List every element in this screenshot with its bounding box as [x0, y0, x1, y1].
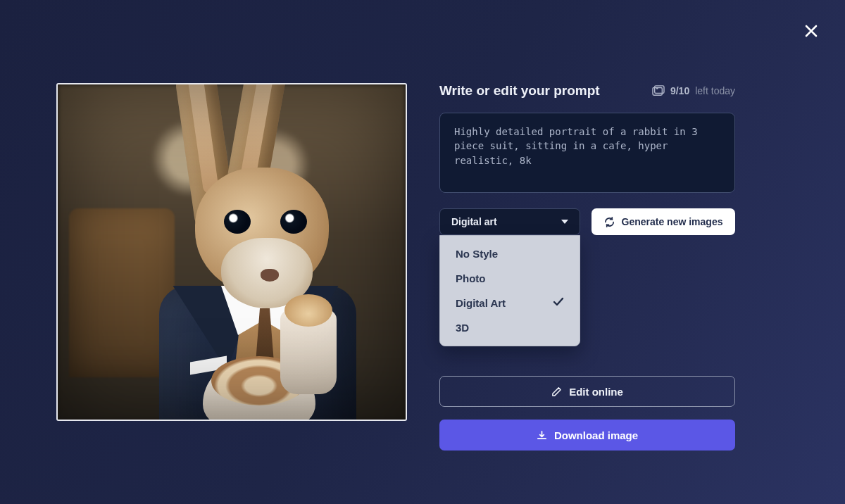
credits-count: 9/10 — [670, 85, 689, 96]
style-dropdown[interactable]: No Style Photo Digital Art 3D — [439, 235, 580, 346]
style-option-digital-art[interactable]: Digital Art — [440, 291, 580, 315]
generate-button[interactable]: Generate new images — [592, 208, 735, 235]
credits-remaining: 9/10 left today — [652, 85, 735, 96]
generated-image — [58, 84, 406, 420]
close-button[interactable] — [800, 20, 822, 42]
style-option-label: Digital Art — [456, 297, 506, 309]
style-select-value: Digital art — [451, 216, 497, 227]
images-icon — [652, 85, 665, 96]
check-icon — [553, 297, 564, 309]
chevron-down-icon — [561, 220, 568, 224]
download-label: Download image — [554, 429, 638, 441]
panel-title: Write or edit your prompt — [439, 83, 600, 99]
style-option-3d[interactable]: 3D — [440, 315, 580, 340]
style-option-label: Photo — [456, 272, 486, 284]
generate-button-label: Generate new images — [622, 216, 723, 227]
edit-online-button[interactable]: Edit online — [439, 376, 735, 407]
svg-point-2 — [656, 87, 658, 89]
close-icon — [804, 24, 818, 38]
download-button[interactable]: Download image — [439, 420, 735, 451]
style-option-label: 3D — [456, 322, 469, 334]
prompt-input[interactable] — [439, 113, 735, 193]
style-select[interactable]: Digital art — [439, 208, 580, 235]
credits-suffix: left today — [695, 85, 735, 96]
style-option-label: No Style — [456, 248, 498, 260]
pencil-icon — [551, 386, 562, 397]
generated-image-preview[interactable] — [56, 83, 407, 421]
style-option-no-style[interactable]: No Style — [440, 241, 580, 266]
refresh-icon — [604, 217, 615, 227]
edit-online-label: Edit online — [569, 386, 623, 398]
style-option-photo[interactable]: Photo — [440, 266, 580, 291]
download-icon — [537, 430, 547, 441]
